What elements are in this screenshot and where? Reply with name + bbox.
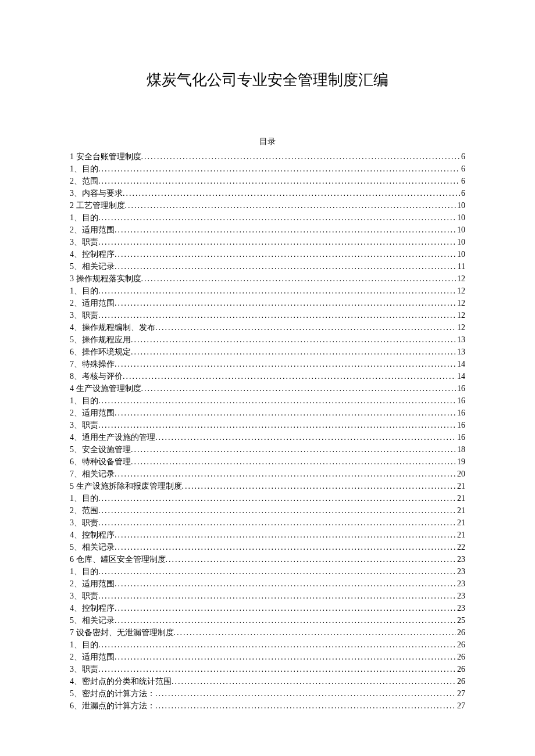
toc-entry: 5 生产设施拆除和报废管理制度 21 (70, 480, 465, 492)
toc-entry-text: 1、目的 (70, 395, 98, 407)
toc-entry-page: 20 (456, 468, 465, 480)
toc-entry: 6 仓库、罐区安全管理制度 23 (70, 553, 465, 565)
toc-entry: 2、适用范围 26 (70, 651, 465, 663)
toc-entry-text: 5 生产设施拆除和报废管理制度 (70, 480, 182, 492)
toc-leader-dots (131, 443, 456, 456)
toc-entry-page: 27 (456, 700, 465, 712)
toc-entry-page: 25 (456, 614, 465, 626)
toc-heading: 目录 (70, 137, 465, 147)
toc-entry-text: 1、目的 (70, 492, 98, 504)
toc-leader-dots (115, 529, 456, 541)
toc-leader-dots (131, 346, 456, 358)
toc-leader-dots (115, 578, 456, 590)
toc-entry-page: 21 (456, 517, 465, 529)
toc-entry-text: 2、适用范围 (70, 407, 115, 419)
toc-entry: 3、职责 23 (70, 590, 465, 602)
toc-entry-text: 1、目的 (70, 212, 98, 224)
toc-entry: 4、通用生产设施的管理 16 (70, 431, 465, 443)
toc-entry-text: 1、目的 (70, 639, 98, 651)
toc-entry-page: 16 (456, 431, 465, 443)
toc-entry-page: 6 (460, 163, 465, 175)
toc-leader-dots (98, 517, 456, 529)
table-of-contents: 1 安全台账管理制度 61、目的 62、范围 63、内容与要求 62 工艺管理制… (70, 151, 465, 712)
toc-entry-text: 4、操作规程编制、发布 (70, 321, 155, 334)
toc-entry: 5、相关记录 11 (70, 260, 465, 273)
toc-entry-text: 2、适用范围 (70, 578, 115, 590)
toc-entry: 4、控制程序 21 (70, 529, 465, 541)
toc-entry: 1、目的 10 (70, 212, 465, 224)
toc-entry-page: 12 (456, 273, 465, 285)
toc-leader-dots (115, 614, 456, 626)
toc-entry-text: 3 操作规程落实制度 (70, 273, 141, 285)
toc-entry: 2、适用范围 23 (70, 578, 465, 590)
toc-entry-page: 12 (456, 285, 465, 297)
toc-entry-page: 13 (456, 334, 465, 346)
toc-leader-dots (115, 541, 456, 553)
toc-entry-text: 1、目的 (70, 163, 98, 175)
toc-entry-page: 27 (456, 687, 465, 700)
toc-entry-page: 10 (456, 236, 465, 248)
toc-entry: 5、密封点的计算方法： 27 (70, 687, 465, 700)
toc-entry-page: 14 (456, 370, 465, 382)
toc-entry: 4、操作规程编制、发布 12 (70, 321, 465, 334)
toc-entry-text: 4、密封点的分类和统计范围 (70, 675, 172, 687)
toc-entry-page: 16 (456, 419, 465, 431)
toc-leader-dots (98, 639, 456, 651)
toc-entry-text: 3、职责 (70, 517, 98, 529)
toc-entry: 6、操作环境规定 13 (70, 346, 465, 358)
toc-leader-dots (155, 431, 456, 443)
toc-entry: 6、泄漏点的计算方法： 27 (70, 700, 465, 712)
toc-entry-text: 2、范围 (70, 175, 98, 187)
toc-entry-text: 4 生产设施管理制度 (70, 382, 141, 395)
toc-entry-text: 7 设备密封、无泄漏管理制度 (70, 626, 174, 639)
toc-leader-dots (131, 334, 456, 346)
toc-entry: 7、相关记录 20 (70, 468, 465, 480)
toc-entry: 1、目的 12 (70, 285, 465, 297)
toc-entry: 4、控制程序 10 (70, 248, 465, 260)
toc-entry-text: 5、操作规程应用 (70, 334, 131, 346)
toc-entry: 6、特种设备管理 19 (70, 456, 465, 468)
toc-entry-text: 4、控制程序 (70, 529, 115, 541)
toc-entry: 5、相关记录 22 (70, 541, 465, 553)
toc-entry-page: 21 (456, 529, 465, 541)
toc-leader-dots (155, 700, 456, 712)
toc-entry-page: 16 (456, 382, 465, 395)
toc-entry-text: 3、职责 (70, 419, 98, 431)
toc-entry: 1 安全台账管理制度 6 (70, 151, 465, 163)
toc-entry-text: 6、泄漏点的计算方法： (70, 700, 155, 712)
toc-entry-text: 6、特种设备管理 (70, 456, 131, 468)
toc-entry-page: 6 (460, 187, 465, 199)
toc-leader-dots (98, 175, 460, 187)
toc-entry: 5、安全设施管理 18 (70, 443, 465, 456)
toc-entry: 3、职责 12 (70, 309, 465, 321)
toc-entry-text: 3、职责 (70, 590, 98, 602)
toc-entry-text: 2 工艺管理制度 (70, 199, 125, 212)
toc-entry-page: 21 (456, 492, 465, 504)
toc-entry-page: 16 (456, 395, 465, 407)
toc-leader-dots (125, 199, 456, 212)
toc-entry-text: 1、目的 (70, 565, 98, 578)
toc-leader-dots (115, 297, 456, 309)
toc-entry-text: 4、通用生产设施的管理 (70, 431, 155, 443)
toc-leader-dots (141, 273, 456, 285)
toc-leader-dots (115, 358, 456, 370)
toc-leader-dots (98, 309, 456, 321)
toc-entry-page: 23 (456, 590, 465, 602)
toc-entry-text: 3、内容与要求 (70, 187, 123, 199)
toc-leader-dots (98, 285, 456, 297)
toc-entry-text: 6、操作环境规定 (70, 346, 131, 358)
toc-entry: 1、目的 26 (70, 639, 465, 651)
toc-entry: 3、职责 21 (70, 517, 465, 529)
toc-entry-page: 10 (456, 224, 465, 236)
toc-leader-dots (115, 407, 456, 419)
toc-entry-page: 21 (456, 504, 465, 517)
toc-entry: 2、适用范围 12 (70, 297, 465, 309)
toc-leader-dots (98, 236, 456, 248)
toc-leader-dots (98, 212, 456, 224)
toc-entry-text: 8、考核与评价 (70, 370, 123, 382)
toc-entry-text: 5、密封点的计算方法： (70, 687, 155, 700)
toc-entry: 7 设备密封、无泄漏管理制度 26 (70, 626, 465, 639)
document-title: 煤炭气化公司专业安全管理制度汇编 (70, 70, 465, 90)
toc-entry: 3、职责 16 (70, 419, 465, 431)
toc-entry-page: 21 (456, 480, 465, 492)
